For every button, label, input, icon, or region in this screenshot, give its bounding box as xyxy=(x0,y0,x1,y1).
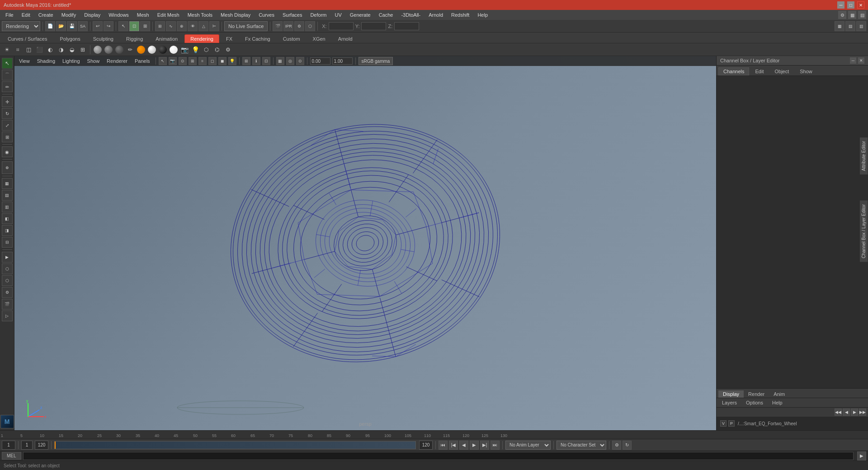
ambient-icon[interactable]: ◐ xyxy=(45,45,55,55)
save-file-button[interactable]: 💾 xyxy=(67,21,77,31)
wireframe-icon[interactable]: ⌗ xyxy=(13,45,23,55)
ch-tab-edit[interactable]: Edit xyxy=(750,67,769,75)
paint-select-tool[interactable]: ✏ xyxy=(2,81,13,92)
anim-layer-dropdown[interactable]: No Anim Layer xyxy=(505,441,551,450)
sphere7-icon[interactable] xyxy=(169,45,179,55)
render-settings2[interactable]: ⚙ xyxy=(2,287,13,298)
vp-camera-btn[interactable]: 📷 xyxy=(169,57,177,65)
layer-display5[interactable]: ◨ xyxy=(2,225,13,236)
tab-sculpting[interactable]: Sculpting xyxy=(87,34,119,43)
tab-polygons[interactable]: Polygons xyxy=(54,34,86,43)
menu-create[interactable]: Create xyxy=(35,11,57,19)
grid-icon[interactable]: ⊞ xyxy=(78,45,88,55)
current-frame-input[interactable] xyxy=(2,441,15,450)
tab-animation[interactable]: Animation xyxy=(150,34,184,43)
panel-icon[interactable]: ▦ xyxy=(848,11,856,19)
menu-mesh-display[interactable]: Mesh Display xyxy=(217,11,254,19)
hypershade-btn[interactable]: ⬡ xyxy=(2,263,13,274)
snap-tools[interactable]: ⊕ xyxy=(2,161,13,174)
snap-view-button[interactable]: 👁 xyxy=(188,21,198,31)
script-run-btn[interactable]: ▶ xyxy=(857,451,866,461)
viewport[interactable]: View Shading Lighting Show Renderer Pane… xyxy=(14,56,716,430)
channel-layer-side-tab[interactable]: Channel Box / Layer Editor xyxy=(860,201,868,262)
max-frame-input[interactable] xyxy=(419,441,433,450)
menu-cache[interactable]: Cache xyxy=(375,11,397,19)
lay-tab-options[interactable]: Options xyxy=(742,399,767,406)
skip-to-end-button[interactable]: ⏭ xyxy=(491,441,500,450)
gamma-button[interactable]: sRGB gamma xyxy=(359,57,393,65)
timeline[interactable]: 1 5 10 15 20 25 30 35 40 45 50 55 60 65 … xyxy=(0,430,868,439)
x-input[interactable] xyxy=(329,22,354,30)
disp-tab-render[interactable]: Render xyxy=(744,390,769,398)
snap-tangent-button[interactable]: ⊢ xyxy=(209,21,219,31)
menu-deform[interactable]: Deform xyxy=(307,11,330,19)
xray-icon[interactable]: ◒ xyxy=(67,45,77,55)
move-tool[interactable]: ✛ xyxy=(2,96,13,107)
toon-icon[interactable]: ◑ xyxy=(56,45,66,55)
lasso-tool[interactable]: ⌒ xyxy=(2,70,13,80)
vp-selection-highlight[interactable]: ⊙ xyxy=(296,57,304,65)
play-forward-button[interactable]: ▶ xyxy=(470,441,479,450)
sphere3-icon[interactable] xyxy=(114,45,124,55)
layer-ctrl-prev[interactable]: ◀◀ xyxy=(835,409,842,416)
menu-mesh[interactable]: Mesh xyxy=(133,11,153,19)
sun-icon[interactable]: ☀ xyxy=(2,45,12,55)
lay-tab-help[interactable]: Help xyxy=(769,399,786,406)
lay-tab-layers[interactable]: Layers xyxy=(718,399,741,406)
timeline-scrubber[interactable] xyxy=(54,441,416,449)
layer-ctrl-next2[interactable]: ▶ xyxy=(851,409,858,416)
paint-select-button[interactable]: ⊞ xyxy=(140,21,150,31)
settings-icon[interactable]: ⚙ xyxy=(838,11,846,19)
menu-edit[interactable]: Edit xyxy=(18,11,34,19)
layer-display1[interactable]: ▦ xyxy=(2,178,13,189)
vp-menu-view[interactable]: View xyxy=(16,57,33,65)
render-icon2[interactable]: ⬡ xyxy=(201,45,211,55)
layer-ctrl-next[interactable]: ▶▶ xyxy=(859,409,866,416)
skip-to-start-button[interactable]: ⏮ xyxy=(439,441,448,450)
tab-xgen[interactable]: XGen xyxy=(307,34,331,43)
start-frame-input[interactable] xyxy=(21,441,33,450)
tab-arnold[interactable]: Arnold xyxy=(332,34,359,43)
new-file-button[interactable]: 📄 xyxy=(45,21,55,31)
sphere1-icon[interactable] xyxy=(93,45,103,55)
maximize-button[interactable]: □ xyxy=(847,1,854,9)
fx-icon[interactable]: ⌬ xyxy=(212,45,222,55)
ch-tab-channels[interactable]: Channels xyxy=(718,67,749,75)
end-frame-input[interactable] xyxy=(35,441,48,450)
loop-btn[interactable]: ↻ xyxy=(623,441,632,450)
vp-safe-area[interactable]: ⊡ xyxy=(262,57,270,65)
menu-mesh-tools[interactable]: Mesh Tools xyxy=(184,11,216,19)
no-live-surface-button[interactable]: No Live Surface xyxy=(224,21,268,31)
snap-grid-button[interactable]: ⊞ xyxy=(155,21,165,31)
channel-box-close[interactable]: ✕ xyxy=(858,57,864,64)
render-settings-button[interactable]: ⚙ xyxy=(294,21,304,31)
minimize-button[interactable]: ─ xyxy=(837,1,844,9)
toggle-panel1[interactable]: ▦ xyxy=(835,21,844,31)
menu-display[interactable]: Display xyxy=(80,11,104,19)
menu-edit-mesh[interactable]: Edit Mesh xyxy=(154,11,183,19)
vp-menu-renderer[interactable]: Renderer xyxy=(104,57,130,65)
z-input[interactable] xyxy=(394,22,419,30)
snap-curve-button[interactable]: ∿ xyxy=(166,21,176,31)
vp-look-through[interactable]: ⊙ xyxy=(179,57,187,65)
layer-p-toggle[interactable]: P xyxy=(728,420,735,427)
prev-keyframe-button[interactable]: |◀ xyxy=(449,441,458,450)
layer-display3[interactable]: ▥ xyxy=(2,202,13,212)
tab-custom[interactable]: Custom xyxy=(277,34,306,43)
settings-icon2[interactable]: ⚙ xyxy=(223,45,233,55)
light-icon[interactable]: 💡 xyxy=(190,45,200,55)
sphere5-icon[interactable] xyxy=(147,45,157,55)
ipr-button[interactable]: IPR xyxy=(283,21,293,31)
sphere6-icon[interactable] xyxy=(158,45,168,55)
universal-manip[interactable]: ⊞ xyxy=(2,132,13,142)
vp-value2[interactable] xyxy=(332,57,353,65)
mode-dropdown[interactable]: Modeling Rigging Animation FX Rendering xyxy=(2,21,40,31)
menu-modify[interactable]: Modify xyxy=(58,11,80,19)
menu-help[interactable]: Help xyxy=(474,11,491,19)
menu-redshift[interactable]: Redshift xyxy=(448,11,473,19)
menu-uv[interactable]: UV xyxy=(331,11,345,19)
toggle-panel3[interactable]: ▥ xyxy=(856,21,866,31)
node-editor[interactable]: ⬡ xyxy=(2,275,13,286)
menu-windows[interactable]: Windows xyxy=(105,11,132,19)
layer-ctrl-prev2[interactable]: ◀ xyxy=(843,409,850,416)
